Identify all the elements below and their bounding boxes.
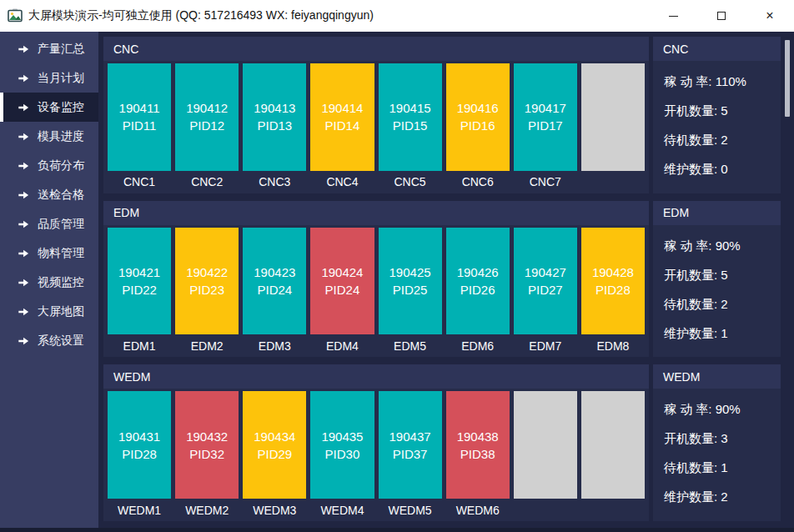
machine-tile[interactable]: [581, 63, 645, 171]
sidebar-item-label: 品质管理: [38, 217, 84, 232]
minimize-button[interactable]: [649, 0, 697, 32]
sidebar-item-9[interactable]: 视频监控: [0, 268, 98, 297]
maximize-button[interactable]: [697, 0, 746, 32]
machine-tile[interactable]: 190411PID11: [108, 63, 171, 171]
stats-panel-title: CNC: [653, 37, 781, 61]
machine-id: 190434: [254, 428, 295, 445]
machine-id: 190417: [525, 99, 566, 117]
machine-id: 190412: [186, 99, 228, 117]
sidebar-item-3[interactable]: 设备监控: [0, 93, 98, 122]
window-bottom-edge: [0, 528, 794, 532]
machine-tile[interactable]: 190413PID13: [243, 63, 306, 171]
machine-pid: PID12: [189, 117, 224, 134]
machine-tile[interactable]: 190423PID24: [243, 228, 306, 335]
scrollbar-thumb[interactable]: [785, 40, 790, 117]
sidebar-item-2[interactable]: 当月计划: [0, 63, 98, 93]
stat-row: 待机数量: 2: [664, 126, 781, 155]
close-button[interactable]: ×: [746, 0, 794, 32]
sidebar-item-4[interactable]: 模具进度: [0, 122, 98, 151]
arrow-right-icon: [18, 43, 29, 55]
machine-label: WEDM6: [446, 499, 510, 521]
sidebar-item-5[interactable]: 负荷分布: [0, 151, 98, 180]
machine-tile[interactable]: 190437PID37: [379, 391, 442, 499]
sidebar-item-label: 负荷分布: [38, 158, 84, 173]
stats-column: CNC稼 动 率: 110%开机数量: 5待机数量: 2维护数量: 0EDM稼 …: [653, 37, 781, 521]
window-title: 大屏模块演示-均可独立使用 (QQ: 517216493 WX: feiyang…: [28, 8, 374, 23]
machine-label: CNC7: [514, 171, 577, 193]
sidebar-item-6[interactable]: 送检合格: [0, 180, 98, 209]
vertical-scrollbar[interactable]: [785, 37, 790, 521]
stat-row: 稼 动 率: 90%: [664, 232, 781, 261]
arrow-right-icon: [18, 160, 29, 172]
machine-tile[interactable]: 190428PID28: [581, 228, 645, 335]
machine-label: EDM1: [108, 334, 171, 357]
machine-label: EDM6: [446, 334, 510, 357]
minimize-icon: [669, 16, 678, 17]
machine-tile[interactable]: 190434PID29: [243, 391, 306, 499]
stat-row: 稼 动 率: 90%: [664, 395, 781, 424]
arrow-right-icon: [18, 277, 29, 289]
machine-tile[interactable]: 190422PID23: [175, 228, 239, 335]
machine-panel-edm: EDM190421PID22190422PID23190423PID241904…: [103, 201, 649, 358]
machine-label: CNC2: [175, 171, 239, 193]
stats-panel-title: WEDM: [653, 364, 781, 389]
machine-label: EDM8: [581, 334, 645, 357]
sidebar-item-8[interactable]: 物料管理: [0, 238, 98, 268]
machine-pid: PID26: [460, 281, 495, 299]
sidebar-item-7[interactable]: 品质管理: [0, 209, 98, 238]
tile-row: 190411PID11190412PID12190413PID13190414P…: [103, 61, 649, 171]
machine-tile[interactable]: 190427PID27: [514, 228, 577, 335]
sidebar-item-10[interactable]: 大屏地图: [0, 297, 98, 326]
machine-id: 190435: [321, 428, 363, 445]
machine-tile[interactable]: 190414PID14: [310, 63, 374, 171]
machine-pid: PID28: [122, 445, 157, 463]
machine-tile[interactable]: 190432PID32: [175, 391, 239, 499]
machine-tile[interactable]: 190416PID16: [446, 63, 510, 171]
machine-tile[interactable]: 190435PID30: [310, 391, 374, 499]
machine-label: WEDM3: [243, 499, 306, 521]
panel-title: EDM: [103, 201, 649, 225]
machine-tile[interactable]: 190438PID38: [446, 391, 510, 499]
machine-pid: PID37: [393, 445, 428, 463]
sidebar-item-11[interactable]: 系统设置: [0, 326, 98, 355]
machine-tile[interactable]: 190426PID26: [446, 228, 510, 335]
machine-tile[interactable]: 190431PID28: [108, 391, 171, 499]
machine-label: [514, 499, 577, 521]
machine-label: CNC4: [310, 171, 374, 193]
stat-row: 开机数量: 5: [664, 97, 781, 126]
tile-row: 190431PID28190432PID32190434PID29190435P…: [103, 389, 649, 499]
sidebar-item-label: 模具进度: [38, 129, 84, 144]
machine-pid: PID24: [257, 281, 292, 299]
machine-pid: PID16: [460, 117, 495, 134]
stat-rows: 稼 动 率: 90%开机数量: 5待机数量: 2维护数量: 1: [653, 225, 781, 349]
stat-row: 维护数量: 1: [664, 319, 781, 349]
machine-tile[interactable]: [514, 391, 577, 499]
arrow-right-icon: [18, 218, 29, 230]
machine-tile[interactable]: 190421PID22: [108, 228, 171, 335]
machine-pid: PID38: [460, 445, 495, 463]
machine-tile[interactable]: 190412PID12: [175, 63, 239, 171]
machine-pid: PID22: [122, 281, 157, 299]
stat-rows: 稼 动 率: 110%开机数量: 5待机数量: 2维护数量: 0: [653, 61, 781, 184]
app-icon: [8, 8, 23, 23]
machine-tile[interactable]: [581, 391, 645, 499]
tile-row: 190421PID22190422PID23190423PID24190424P…: [103, 225, 649, 335]
sidebar-item-label: 视频监控: [38, 275, 84, 290]
machine-tile[interactable]: 190425PID25: [379, 228, 442, 335]
machine-label: EDM5: [379, 334, 442, 357]
machine-tile[interactable]: 190424PID24: [310, 228, 374, 335]
machine-tile[interactable]: 190415PID15: [379, 63, 442, 171]
machine-tile[interactable]: 190417PID17: [514, 63, 577, 171]
machine-id: 190411: [119, 99, 160, 117]
machine-pid: PID29: [257, 445, 292, 463]
machine-label: EDM7: [514, 334, 577, 357]
machine-pid: PID11: [123, 117, 157, 134]
machine-panel-wedm: WEDM190431PID28190432PID32190434PID29190…: [103, 364, 649, 521]
sidebar-item-1[interactable]: 产量汇总: [0, 34, 98, 63]
machine-panels-column: CNC190411PID11190412PID12190413PID131904…: [103, 37, 649, 521]
arrow-right-icon: [18, 248, 29, 259]
machine-id: 190413: [254, 99, 295, 117]
content-area: CNC190411PID11190412PID12190413PID131904…: [98, 32, 794, 528]
sidebar-item-label: 系统设置: [38, 334, 84, 349]
panel-title: CNC: [103, 37, 649, 61]
